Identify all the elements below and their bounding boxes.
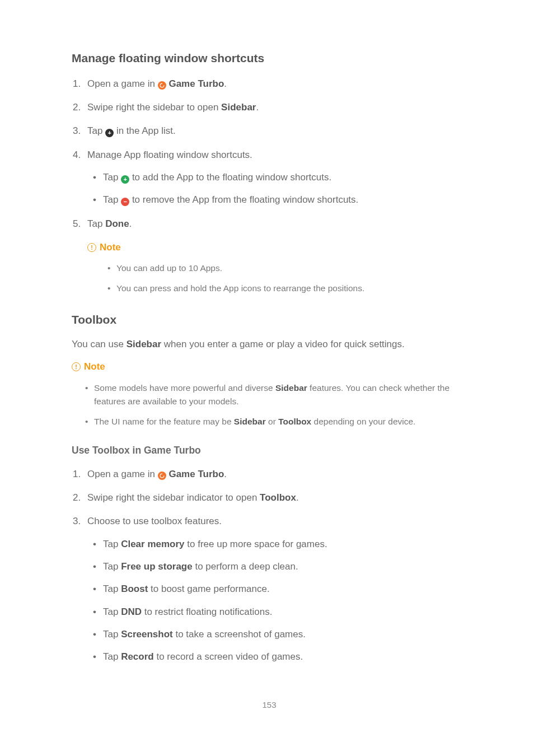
step-item: Swipe right the sidebar to open Sidebar.: [72, 100, 467, 115]
step-text: Choose to use toolbox features.: [87, 516, 222, 526]
note-block: ! Note Some models have more powerful an…: [72, 360, 467, 428]
t: Tap: [103, 651, 121, 662]
step-strong: Game Turbo: [168, 78, 224, 89]
step-text: .: [224, 78, 227, 89]
step-text: .: [256, 102, 259, 113]
plus-green-icon: +: [121, 175, 129, 184]
step-text: .: [224, 469, 227, 479]
step-strong: Game Turbo: [168, 469, 224, 479]
t: to restrict floating notifications.: [142, 606, 272, 617]
intro-strong: Sidebar: [127, 339, 161, 349]
t: Tap: [103, 561, 121, 572]
info-icon: !: [72, 362, 81, 371]
step-text: Open a game in: [87, 469, 158, 479]
toolbox-intro: You can use Sidebar when you enter a gam…: [72, 337, 467, 352]
step-text: Swipe right the sidebar to open: [87, 102, 221, 113]
step-text: Open a game in: [87, 78, 158, 89]
intro-text: You can use: [72, 339, 127, 349]
step-strong: Toolbox: [260, 492, 296, 503]
substep-item: Tap + to add the App to the floating win…: [87, 170, 467, 185]
step-item: Choose to use toolbox features. Tap Clea…: [72, 514, 467, 664]
step-item: Tap Done.: [72, 217, 467, 231]
step-item: Open a game in Game Turbo.: [72, 467, 467, 482]
note-heading: ! Note: [87, 240, 467, 255]
intro-text: when you enter a game or play a video fo…: [161, 339, 405, 349]
note-item: You can press and hold the App icons to …: [87, 282, 467, 295]
t: Tap: [103, 606, 121, 617]
note-strong: Sidebar: [234, 417, 266, 426]
plus-dark-icon: +: [105, 129, 114, 137]
t: Tap: [103, 629, 121, 640]
info-icon: !: [87, 243, 96, 252]
step-text: .: [129, 218, 132, 229]
t: Tap: [103, 584, 121, 594]
note-text: or: [266, 417, 278, 426]
t: to record a screen video of games.: [154, 651, 303, 662]
substep-item: Tap Clear memory to free up more space f…: [87, 537, 467, 552]
note-item: The UI name for the feature may be Sideb…: [72, 415, 467, 428]
b: Record: [121, 651, 154, 662]
minus-red-icon: −: [121, 198, 129, 206]
substep-item: Tap Record to record a screen video of g…: [87, 650, 467, 664]
note-item: Some models have more powerful and diver…: [72, 381, 467, 408]
note-strong: Toolbox: [278, 417, 311, 426]
b: Free up storage: [121, 561, 193, 572]
step-text: in the App list.: [116, 125, 176, 136]
note-item: You can add up to 10 Apps.: [87, 262, 467, 275]
step-item: Manage App floating window shortcuts. Ta…: [72, 148, 467, 208]
note-items: Some models have more powerful and diver…: [72, 381, 467, 428]
step-text: Swipe right the sidebar indicator to ope…: [87, 492, 260, 503]
substep-item: Tap Boost to boost game performance.: [87, 582, 467, 596]
substep-item: Tap DND to restrict floating notificatio…: [87, 605, 467, 619]
note-label: Note: [84, 360, 105, 374]
step-text: Tap: [87, 218, 105, 229]
game-turbo-icon: [158, 472, 166, 480]
step-text: .: [296, 492, 299, 503]
t: to boost game performance.: [148, 584, 269, 594]
note-text: depending on your device.: [311, 417, 415, 426]
b: Boost: [121, 584, 148, 594]
step-strong: Sidebar: [221, 102, 256, 113]
substep-item: Tap Free up storage to perform a deep cl…: [87, 559, 467, 574]
note-text: The UI name for the feature may be: [94, 417, 234, 426]
game-turbo-icon: [158, 81, 166, 90]
t: to take a screenshot of games.: [173, 629, 306, 640]
heading-use-toolbox: Use Toolbox in Game Turbo: [72, 443, 467, 458]
heading-manage-shortcuts: Manage floating window shortcuts: [72, 49, 467, 68]
b: DND: [121, 606, 142, 617]
t: to free up more space for games.: [185, 539, 327, 549]
note-items: You can add up to 10 Apps. You can press…: [87, 262, 467, 295]
b: Clear memory: [121, 539, 184, 549]
note-label: Note: [100, 240, 121, 255]
t: to perform a deep clean.: [193, 561, 298, 572]
step-strong: Done: [105, 218, 129, 229]
substep-text: to remove the App from the floating wind…: [132, 194, 358, 205]
substep-item: Tap Screenshot to take a screenshot of g…: [87, 627, 467, 642]
substeps: Tap Clear memory to free up more space f…: [87, 537, 467, 665]
substep-text: Tap: [103, 194, 121, 205]
steps-list-2: Open a game in Game Turbo. Swipe right t…: [72, 467, 467, 665]
b: Screenshot: [121, 629, 173, 640]
step-item: Swipe right the sidebar indicator to ope…: [72, 491, 467, 505]
step-text: Tap: [87, 125, 105, 136]
substep-text: Tap: [103, 172, 121, 183]
note-heading: ! Note: [72, 360, 467, 374]
page-number: 153: [72, 698, 467, 711]
note-text: Some models have more powerful and diver…: [94, 383, 275, 393]
substep-text: to add the App to the floating window sh…: [132, 172, 331, 183]
t: Tap: [103, 539, 121, 549]
note-block: ! Note You can add up to 10 Apps. You ca…: [87, 240, 467, 295]
step-text: Manage App floating window shortcuts.: [87, 150, 252, 160]
heading-toolbox: Toolbox: [72, 311, 467, 329]
substep-item: Tap − to remove the App from the floatin…: [87, 193, 467, 207]
step-item: Open a game in Game Turbo.: [72, 77, 467, 91]
substeps: Tap + to add the App to the floating win…: [87, 170, 467, 208]
steps-list-1: Open a game in Game Turbo. Swipe right t…: [72, 77, 467, 231]
note-strong: Sidebar: [275, 383, 307, 393]
step-item: Tap + in the App list.: [72, 124, 467, 138]
